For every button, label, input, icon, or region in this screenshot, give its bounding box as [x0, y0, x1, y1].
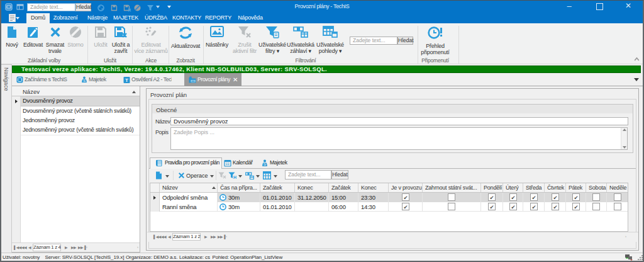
svg-text:S: S — [264, 162, 267, 166]
svg-text:H: H — [233, 175, 236, 179]
svg-text:S: S — [83, 79, 86, 83]
svg-text:T: T — [125, 77, 128, 83]
